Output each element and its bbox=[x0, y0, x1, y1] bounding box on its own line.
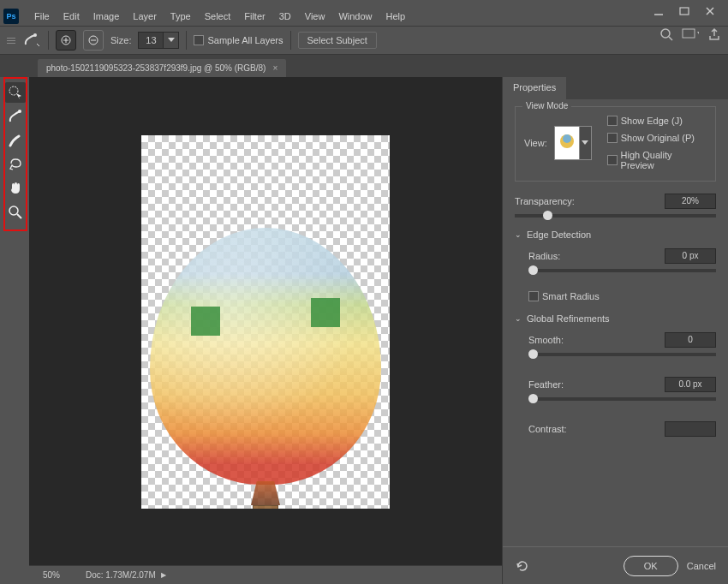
drag-handle-icon[interactable] bbox=[7, 31, 15, 50]
add-to-selection-button[interactable] bbox=[56, 30, 76, 51]
svg-point-14 bbox=[18, 110, 21, 113]
edge-detection-section[interactable]: ⌄ Edge Detection bbox=[515, 229, 716, 240]
smooth-slider[interactable] bbox=[528, 353, 716, 356]
chevron-down-icon: ⌄ bbox=[515, 314, 522, 323]
svg-line-11 bbox=[669, 37, 672, 40]
document-tab-title: photo-1502119095323-253837f293f9.jpg @ 5… bbox=[46, 63, 266, 73]
doc-size-info[interactable]: Doc: 1.73M/2.07M bbox=[86, 570, 156, 580]
brush-size-label: Size: bbox=[110, 35, 131, 45]
options-bar: Size: Sample All Layers Select Subject bbox=[0, 26, 728, 55]
contrast-label: Contrast: bbox=[528, 424, 567, 434]
search-icon[interactable] bbox=[659, 27, 673, 41]
brush-size-input[interactable] bbox=[138, 32, 179, 49]
brush-size-field[interactable] bbox=[138, 32, 164, 49]
menu-filter[interactable]: Filter bbox=[237, 7, 272, 26]
refine-edge-brush-tool[interactable] bbox=[5, 106, 26, 127]
brush-size-dropdown[interactable] bbox=[164, 32, 179, 49]
document-tab[interactable]: photo-1502119095323-253837f293f9.jpg @ 5… bbox=[38, 59, 286, 77]
contrast-value[interactable] bbox=[665, 421, 716, 437]
svg-rect-12 bbox=[683, 29, 695, 38]
show-edge-label: Show Edge (J) bbox=[621, 116, 683, 126]
view-thumbnail[interactable] bbox=[554, 126, 580, 160]
feather-value[interactable]: 0.0 px bbox=[665, 377, 716, 392]
svg-line-16 bbox=[17, 214, 21, 218]
window-minimize-button[interactable] bbox=[646, 3, 671, 20]
high-quality-label: High Quality Preview bbox=[621, 150, 707, 170]
transparency-value[interactable]: 20% bbox=[665, 194, 716, 209]
menu-help[interactable]: Help bbox=[379, 7, 413, 26]
radius-value[interactable]: 0 px bbox=[665, 248, 716, 264]
artboard bbox=[141, 135, 390, 509]
transparency-label: Transparency: bbox=[515, 196, 575, 206]
canvas-area[interactable]: 50% Doc: 1.73M/2.07M▶ bbox=[29, 77, 502, 584]
window-close-button[interactable] bbox=[697, 3, 723, 20]
menu-layer[interactable]: Layer bbox=[126, 7, 164, 26]
smart-radius-label: Smart Radius bbox=[542, 291, 600, 301]
view-mode-group: View Mode View: Show Edge (J) Show Origi… bbox=[515, 106, 716, 182]
quick-selection-tool[interactable] bbox=[5, 82, 26, 103]
cancel-button[interactable]: Cancel bbox=[687, 561, 716, 571]
sample-all-layers-checkbox[interactable]: Sample All Layers bbox=[194, 35, 283, 45]
ok-button[interactable]: OK bbox=[624, 556, 678, 576]
subtract-from-selection-button[interactable] bbox=[83, 30, 104, 51]
lasso-tool[interactable] bbox=[5, 154, 26, 175]
view-dropdown[interactable] bbox=[580, 126, 592, 160]
menu-file[interactable]: File bbox=[27, 7, 57, 26]
edge-detection-title: Edge Detection bbox=[527, 229, 591, 240]
document-tab-bar: photo-1502119095323-253837f293f9.jpg @ 5… bbox=[0, 55, 728, 77]
tool-preset-picker[interactable] bbox=[22, 31, 41, 50]
view-mode-legend: View Mode bbox=[522, 101, 571, 110]
feather-slider[interactable] bbox=[528, 397, 716, 401]
brush-tool[interactable] bbox=[5, 130, 26, 151]
svg-point-10 bbox=[661, 29, 670, 38]
show-original-checkbox[interactable]: Show Original (P) bbox=[607, 133, 707, 143]
checkbox-icon bbox=[194, 35, 204, 45]
app-logo: Ps bbox=[3, 9, 19, 24]
show-edge-checkbox[interactable]: Show Edge (J) bbox=[607, 116, 707, 126]
global-refinements-title: Global Refinements bbox=[527, 313, 610, 324]
properties-panel: Properties View Mode View: Show Edge (J)… bbox=[502, 77, 728, 584]
select-and-mask-toolbar bbox=[3, 77, 27, 231]
share-icon[interactable] bbox=[707, 27, 721, 41]
menu-type[interactable]: Type bbox=[164, 7, 198, 26]
chevron-right-icon[interactable]: ▶ bbox=[161, 571, 166, 579]
smooth-label: Smooth: bbox=[528, 335, 564, 345]
feather-label: Feather: bbox=[528, 379, 564, 390]
menu-window[interactable]: Window bbox=[331, 7, 379, 26]
radius-slider[interactable] bbox=[528, 269, 716, 272]
svg-point-15 bbox=[9, 206, 18, 215]
svg-rect-1 bbox=[680, 8, 689, 15]
zoom-tool[interactable] bbox=[5, 202, 26, 223]
reset-icon[interactable] bbox=[515, 559, 530, 573]
window-maximize-button[interactable] bbox=[671, 3, 697, 20]
status-bar: 50% Doc: 1.73M/2.07M▶ bbox=[29, 565, 502, 584]
zoom-level[interactable]: 50% bbox=[43, 570, 60, 580]
hand-tool[interactable] bbox=[5, 178, 26, 199]
panel-tab-properties[interactable]: Properties bbox=[503, 77, 566, 99]
menu-edit[interactable]: Edit bbox=[57, 7, 87, 26]
sample-all-label: Sample All Layers bbox=[207, 35, 283, 45]
menu-bar: Ps File Edit Image Layer Type Select Fil… bbox=[0, 7, 728, 26]
svg-point-19 bbox=[563, 134, 571, 143]
menu-3d[interactable]: 3D bbox=[272, 7, 298, 26]
screen-mode-icon[interactable] bbox=[682, 28, 699, 40]
view-label: View: bbox=[524, 138, 547, 148]
chevron-down-icon: ⌄ bbox=[515, 230, 522, 239]
menu-image[interactable]: Image bbox=[87, 7, 127, 26]
smooth-value[interactable]: 0 bbox=[665, 332, 716, 348]
show-original-label: Show Original (P) bbox=[621, 133, 695, 143]
high-quality-checkbox[interactable]: High Quality Preview bbox=[607, 150, 707, 170]
svg-point-4 bbox=[33, 33, 37, 37]
global-refinements-section[interactable]: ⌄ Global Refinements bbox=[515, 313, 716, 324]
smart-radius-checkbox[interactable]: Smart Radius bbox=[528, 291, 716, 301]
menu-view[interactable]: View bbox=[298, 7, 332, 26]
transparency-slider[interactable] bbox=[515, 214, 716, 218]
menu-select[interactable]: Select bbox=[198, 7, 238, 26]
select-subject-button[interactable]: Select Subject bbox=[298, 32, 377, 49]
close-tab-icon[interactable]: × bbox=[272, 63, 277, 73]
radius-label: Radius: bbox=[528, 251, 560, 261]
